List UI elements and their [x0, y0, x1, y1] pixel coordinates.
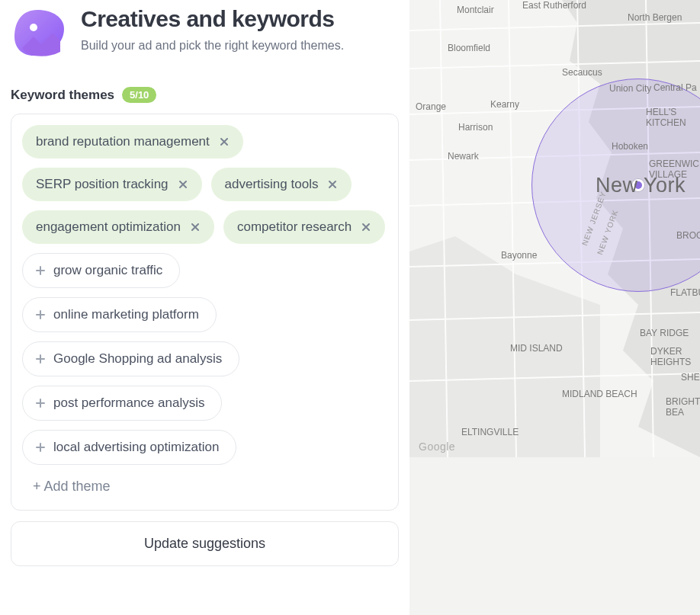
section-title: Keyword themes	[11, 88, 114, 103]
map-panel[interactable]: New York MontclairEast RutherfordNorth B…	[409, 0, 700, 615]
map-place-label: DYKER HEIGHTS	[650, 346, 700, 367]
map-place-label: Montclair	[457, 5, 494, 15]
keyword-chip-selected[interactable]: competitor research	[223, 210, 385, 244]
map-place-label: BAY RIDGE	[640, 328, 689, 338]
selected-keywords: brand reputation managementSERP position…	[22, 125, 387, 244]
keyword-chip-label: Google Shopping ad analysis	[53, 351, 222, 367]
update-suggestions-button[interactable]: Update suggestions	[11, 521, 399, 566]
page-icon	[11, 6, 64, 59]
map-place-label: MID ISLAND	[510, 343, 563, 354]
keyword-chip-label: grow organic traffic	[53, 263, 162, 278]
svg-point-0	[30, 24, 37, 31]
map-place-label: Bloomfield	[448, 43, 490, 53]
keyword-chip-label: post performance analysis	[53, 396, 204, 411]
map-place-label: SHE	[681, 372, 700, 383]
plus-icon	[35, 354, 46, 364]
map-place-label: Hoboken	[612, 141, 648, 152]
map-place-label: BRIGHTO BEA	[666, 396, 700, 418]
close-icon[interactable]	[219, 136, 230, 147]
map-place-label: Newark	[448, 151, 479, 162]
keyword-chip-label: advertising tools	[225, 177, 319, 192]
count-badge: 5/10	[122, 87, 156, 103]
map-place-label: Secaucus	[562, 67, 602, 78]
plus-icon	[35, 442, 46, 453]
keyword-chip-suggested[interactable]: post performance analysis	[22, 386, 222, 421]
left-panel: Creatives and keywords Build your ad and…	[0, 0, 409, 615]
keyword-chip-selected[interactable]: advertising tools	[211, 168, 352, 201]
page-subtitle: Build your ad and pick the right keyword…	[81, 37, 344, 55]
map-place-label: North Bergen	[628, 12, 682, 23]
close-icon[interactable]	[361, 222, 371, 232]
section-header: Keyword themes 5/10	[11, 87, 399, 103]
add-theme-button[interactable]: + Add theme	[22, 474, 387, 499]
plus-icon	[35, 398, 46, 408]
header-text: Creatives and keywords Build your ad and…	[81, 6, 344, 55]
keyword-chip-selected[interactable]: SERP position tracking	[22, 168, 202, 201]
plus-icon	[35, 309, 46, 320]
keyword-chip-label: engagement optimization	[36, 219, 181, 235]
page-header: Creatives and keywords Build your ad and…	[11, 0, 399, 59]
close-icon[interactable]	[178, 179, 188, 190]
map-place-label: Kearny	[490, 99, 519, 110]
map-place-label: Central Pa	[653, 82, 697, 93]
map-place-label: Orange	[416, 101, 446, 112]
map-place-label: BROO	[676, 230, 700, 241]
map-place-label: Harrison	[458, 122, 493, 133]
themes-panel: brand reputation managementSERP position…	[11, 114, 399, 511]
keyword-chip-label: online marketing platform	[53, 307, 199, 322]
map-place-label: HELL'S KITCHEN	[646, 107, 700, 128]
map-place-label: Bayonne	[501, 250, 537, 261]
keyword-chip-label: competitor research	[237, 219, 352, 235]
map-place-label: MIDLAND BEACH	[562, 389, 637, 399]
close-icon[interactable]	[327, 179, 338, 190]
keyword-chip-suggested[interactable]: grow organic traffic	[22, 253, 180, 288]
keyword-chip-suggested[interactable]: online marketing platform	[22, 297, 217, 332]
keyword-chip-selected[interactable]: brand reputation management	[22, 125, 243, 159]
keyword-chip-label: brand reputation management	[36, 134, 210, 149]
keyword-chip-label: SERP position tracking	[36, 177, 169, 192]
keyword-chip-selected[interactable]: engagement optimization	[22, 210, 214, 244]
keyword-chip-suggested[interactable]: local advertising optimization	[22, 430, 236, 465]
close-icon[interactable]	[190, 222, 201, 232]
map-attribution: Google	[419, 440, 455, 453]
map-place-label: ELTINGVILLE	[461, 427, 519, 437]
page-title: Creatives and keywords	[81, 6, 344, 32]
keyword-chip-label: local advertising optimization	[53, 440, 219, 455]
suggested-keywords: grow organic trafficonline marketing pla…	[22, 253, 387, 465]
map-place-label: Union City	[609, 83, 651, 94]
map-place-label: FLATBU	[670, 287, 700, 298]
map-place-label: GREENWICH VILLAGE	[649, 159, 700, 180]
keyword-chip-suggested[interactable]: Google Shopping ad analysis	[22, 341, 239, 376]
plus-icon	[35, 265, 46, 276]
map-place-label: East Rutherford	[522, 0, 586, 11]
